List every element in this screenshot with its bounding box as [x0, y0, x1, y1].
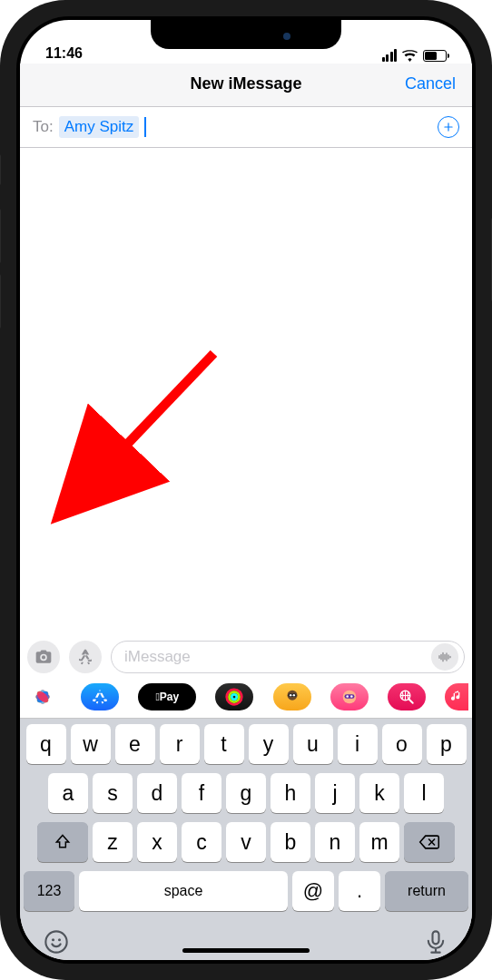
compose-toolbar: iMessage: [20, 633, 472, 679]
memoji-app-icon[interactable]: [273, 683, 311, 710]
key-f[interactable]: f: [182, 773, 221, 813]
svg-rect-17: [344, 694, 354, 699]
cellular-signal-icon: [382, 49, 398, 62]
apple-pay-label: Pay: [155, 691, 179, 703]
wifi-icon: [402, 50, 418, 62]
message-input[interactable]: iMessage: [111, 641, 465, 673]
app-store-app-icon[interactable]: [81, 683, 119, 710]
message-placeholder: iMessage: [124, 648, 191, 666]
page-title: New iMessage: [34, 74, 458, 93]
to-field[interactable]: To: Amy Spitz: [20, 107, 472, 148]
svg-point-19: [350, 695, 353, 698]
key-z[interactable]: z: [93, 822, 133, 862]
keyboard-row-4: 123 space @ . return: [24, 871, 468, 911]
imessage-app-strip[interactable]: Pay: [20, 679, 472, 719]
svg-point-22: [45, 931, 66, 952]
keyboard-row-3: z x c v b n m: [24, 822, 468, 862]
at-key[interactable]: @: [292, 871, 334, 911]
mute-switch[interactable]: [0, 154, 1, 185]
key-a[interactable]: a: [48, 773, 88, 813]
key-c[interactable]: c: [182, 822, 221, 862]
backspace-icon: [418, 833, 440, 851]
key-p[interactable]: p: [427, 724, 467, 764]
device-bezel: 11:46 New iMessage Cancel To: Amy Spitz: [16, 16, 476, 964]
key-e[interactable]: e: [115, 724, 155, 764]
svg-line-21: [408, 699, 413, 703]
key-s[interactable]: s: [93, 773, 133, 813]
numbers-key[interactable]: 123: [24, 871, 74, 911]
svg-point-24: [58, 938, 61, 941]
svg-point-15: [292, 694, 294, 696]
keyboard-footer: [20, 918, 472, 960]
shift-key[interactable]: [37, 822, 88, 862]
volume-down-button[interactable]: [0, 274, 1, 328]
nav-header: New iMessage Cancel: [20, 64, 472, 107]
emoji-key-icon[interactable]: [44, 929, 69, 955]
to-label: To:: [33, 118, 54, 136]
battery-icon: [423, 50, 447, 62]
status-indicators: [382, 49, 448, 62]
dot-key[interactable]: .: [339, 871, 380, 911]
key-l[interactable]: l: [404, 773, 444, 813]
svg-point-14: [290, 694, 291, 696]
key-h[interactable]: h: [271, 773, 310, 813]
key-y[interactable]: y: [249, 724, 289, 764]
key-v[interactable]: v: [226, 822, 266, 862]
key-g[interactable]: g: [226, 773, 266, 813]
keyboard-row-1: q w e r t y u i o p: [24, 724, 468, 764]
camera-button[interactable]: [27, 641, 60, 673]
key-k[interactable]: k: [359, 773, 399, 813]
home-indicator[interactable]: [182, 948, 310, 953]
audio-record-button[interactable]: [431, 643, 458, 671]
activity-app-icon[interactable]: [215, 683, 253, 710]
backspace-key[interactable]: [404, 822, 455, 862]
key-r[interactable]: r: [160, 724, 200, 764]
key-j[interactable]: j: [315, 773, 355, 813]
svg-line-0: [116, 354, 214, 456]
shift-icon: [54, 833, 72, 851]
conversation-area: [20, 148, 472, 633]
return-key[interactable]: return: [385, 871, 468, 911]
volume-up-button[interactable]: [0, 209, 1, 263]
svg-point-11: [232, 694, 238, 700]
text-cursor: [144, 117, 146, 137]
key-d[interactable]: d: [137, 773, 177, 813]
svg-rect-13: [288, 693, 296, 697]
svg-point-23: [52, 938, 54, 941]
svg-point-18: [346, 695, 349, 698]
key-n[interactable]: n: [315, 822, 355, 862]
key-w[interactable]: w: [71, 724, 111, 764]
annotation-arrow: [102, 348, 220, 466]
music-app-icon[interactable]: [445, 683, 468, 710]
add-contact-button[interactable]: [438, 116, 459, 138]
key-u[interactable]: u: [293, 724, 333, 764]
dictation-key-icon[interactable]: [423, 929, 448, 955]
svg-rect-25: [433, 931, 439, 944]
recipient-pill[interactable]: Amy Spitz: [59, 116, 140, 138]
app-store-button[interactable]: [69, 641, 102, 673]
status-time: 11:46: [45, 45, 83, 62]
notch: [151, 20, 341, 49]
space-key[interactable]: space: [79, 871, 288, 911]
key-i[interactable]: i: [338, 724, 378, 764]
key-b[interactable]: b: [271, 822, 310, 862]
cancel-button[interactable]: Cancel: [405, 74, 456, 93]
screen: 11:46 New iMessage Cancel To: Amy Spitz: [20, 20, 472, 960]
device-frame: 11:46 New iMessage Cancel To: Amy Spitz: [0, 0, 492, 980]
animoji-app-icon[interactable]: [330, 683, 369, 710]
key-t[interactable]: t: [204, 724, 244, 764]
keyboard: q w e r t y u i o p a s d f g h: [20, 719, 472, 918]
photos-app-icon[interactable]: [24, 683, 62, 710]
key-m[interactable]: m: [359, 822, 399, 862]
key-q[interactable]: q: [26, 724, 66, 764]
key-o[interactable]: o: [382, 724, 422, 764]
apple-pay-app-icon[interactable]: Pay: [138, 683, 196, 710]
translate-app-icon[interactable]: [388, 683, 426, 710]
key-x[interactable]: x: [137, 822, 177, 862]
keyboard-row-2: a s d f g h j k l: [24, 773, 468, 813]
